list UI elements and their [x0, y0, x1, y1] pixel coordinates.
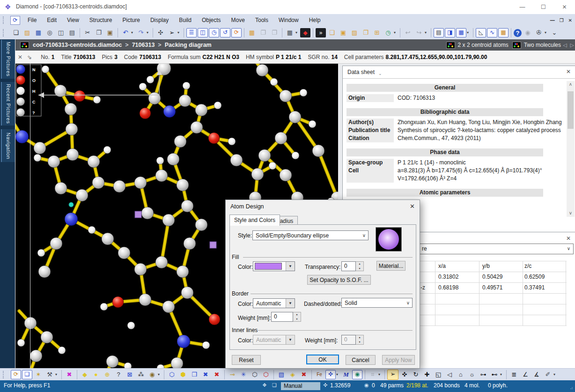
- atom-C[interactable]: [118, 247, 130, 259]
- data-brief-icon[interactable]: ▤: [434, 28, 444, 37]
- print-icon[interactable]: ▤: [67, 28, 77, 37]
- spinner-arrows[interactable]: ▲▼: [356, 261, 364, 271]
- tool-zoom-icon[interactable]: ◱: [433, 370, 443, 379]
- atom-C[interactable]: [141, 207, 154, 219]
- atom-C[interactable]: [171, 357, 183, 368]
- breadcrumb-item[interactable]: 7106313: [132, 42, 155, 48]
- resize-grip[interactable]: ⣠: [570, 384, 574, 389]
- toolbar-overflow-icon[interactable]: ⌄: [549, 28, 560, 37]
- table-colored-icon[interactable]: ▦: [498, 28, 509, 37]
- atom-N[interactable]: [163, 105, 176, 118]
- chevron-down-icon[interactable]: ⌄: [378, 71, 382, 76]
- atom-H[interactable]: [183, 82, 190, 89]
- viewport-center-icon[interactable]: ✜: [325, 370, 336, 379]
- transparency-spinner[interactable]: 0 ▲▼: [341, 261, 364, 271]
- spin-down-icon[interactable]: ▼: [356, 266, 363, 271]
- atom-H[interactable]: [214, 102, 221, 109]
- picture-tab[interactable]: Two molecules: [512, 42, 561, 49]
- atom-C[interactable]: [55, 182, 67, 194]
- menu-structure[interactable]: Structure: [84, 14, 118, 26]
- tool-rotate-icon[interactable]: ↻: [411, 370, 421, 379]
- atom-C[interactable]: [174, 135, 186, 148]
- menu-build[interactable]: Build: [174, 14, 197, 26]
- measure-free-dropdown-icon[interactable]: ▾: [553, 370, 558, 379]
- atom-H[interactable]: [139, 83, 147, 90]
- window-history-icon[interactable]: ◷: [209, 28, 219, 37]
- find-binoculars-icon[interactable]: ◎: [44, 28, 55, 37]
- material-button[interactable]: Material...: [376, 261, 405, 271]
- redo-icon[interactable]: ↷: [136, 28, 146, 37]
- maximize-icon[interactable]: ☐: [533, 0, 554, 14]
- picture-history-dropdown-icon[interactable]: ▾: [394, 28, 398, 37]
- measure-free-icon[interactable]: ✐: [543, 370, 553, 379]
- bonds-break-blue-icon[interactable]: ✖: [200, 370, 211, 379]
- close-icon[interactable]: ✕: [554, 0, 575, 14]
- window-undo-icon[interactable]: ↺: [220, 28, 230, 37]
- select-pointer-dropdown-icon[interactable]: ▾: [177, 28, 182, 37]
- spin-up-icon[interactable]: ▲: [356, 335, 363, 340]
- atom-C[interactable]: [92, 177, 104, 189]
- table-next-icon[interactable]: ❐: [269, 28, 280, 37]
- spinner-arrows[interactable]: ▲▼: [293, 312, 301, 322]
- grid-view-icon[interactable]: ▦: [285, 28, 295, 37]
- scroll-down-icon[interactable]: ˅: [567, 211, 575, 216]
- inner-color-combobox[interactable]: Automatic ▼: [253, 335, 295, 345]
- atom-C[interactable]: [258, 149, 271, 162]
- atom-H[interactable]: [147, 76, 154, 83]
- data-table-icon[interactable]: ▦: [456, 28, 466, 37]
- picture-grid-icon[interactable]: ⊞: [372, 28, 382, 37]
- close-icon[interactable]: ✕: [410, 203, 415, 210]
- build-tools-icon[interactable]: ⚒: [44, 370, 55, 379]
- atom-H[interactable]: [124, 362, 132, 368]
- atom-C[interactable]: [34, 142, 46, 154]
- coordination-sphere-icon[interactable]: ◉: [147, 370, 157, 379]
- m-label-icon[interactable]: M: [341, 370, 351, 379]
- window-refresh-icon[interactable]: ⟳: [231, 28, 242, 37]
- transparency-value[interactable]: 0: [341, 261, 356, 271]
- frame-next-dropdown-icon[interactable]: ▾: [500, 370, 504, 379]
- window-tree-icon[interactable]: ☰: [186, 28, 197, 37]
- atom-C[interactable]: [139, 294, 151, 306]
- menu-help[interactable]: Help: [304, 14, 326, 26]
- bond-create-icon[interactable]: ⊸: [227, 370, 237, 379]
- centroid-square[interactable]: [135, 211, 141, 218]
- atom-C[interactable]: [134, 263, 147, 275]
- atom-C[interactable]: [184, 237, 196, 250]
- atom-C[interactable]: [76, 189, 88, 201]
- toolbar-grip[interactable]: [3, 16, 7, 24]
- data-properties-icon[interactable]: ◨: [445, 28, 455, 37]
- plane-insert-icon[interactable]: ◈: [288, 370, 298, 379]
- atom-H[interactable]: [228, 138, 236, 145]
- atom-C[interactable]: [251, 168, 264, 180]
- atom-C[interactable]: [66, 148, 79, 161]
- auto-build-icon[interactable]: ✶: [33, 370, 44, 379]
- atom-C[interactable]: [66, 123, 78, 135]
- toolbar-grip[interactable]: [3, 371, 7, 378]
- menu-move[interactable]: Move: [226, 14, 250, 26]
- atom-O[interactable]: [208, 133, 220, 144]
- tool-move-icon[interactable]: ✜: [399, 370, 410, 379]
- copy-icon[interactable]: ❐: [94, 28, 104, 37]
- picture-rotate-icon[interactable]: ▨: [349, 28, 360, 37]
- undo-icon[interactable]: ↶: [120, 28, 131, 37]
- atom-O[interactable]: [112, 296, 124, 308]
- atom-C[interactable]: [113, 180, 125, 192]
- breadcrumb-item[interactable]: cod-7106313-centroids.diamdoc: [33, 42, 122, 48]
- atom-C[interactable]: [256, 64, 268, 76]
- atom-C[interactable]: [181, 287, 193, 299]
- dashed-dotted-combobox[interactable]: Solid ∨: [341, 298, 413, 308]
- print-preview-icon[interactable]: ◫: [56, 28, 66, 37]
- polyhedron-red-icon[interactable]: ⬡: [261, 370, 271, 379]
- atom-H[interactable]: [17, 339, 25, 347]
- picture-nav-arrows[interactable]: ◁ ▷: [563, 42, 575, 48]
- plane-delete-icon[interactable]: ✖: [299, 370, 309, 379]
- atom-H[interactable]: [309, 120, 316, 128]
- minimize-icon[interactable]: —: [512, 0, 533, 14]
- menu-file[interactable]: File: [22, 14, 42, 26]
- atom-N[interactable]: [15, 130, 29, 143]
- measure-distance-icon[interactable]: ≣: [509, 370, 519, 379]
- atom-H[interactable]: [42, 66, 49, 73]
- atom-C[interactable]: [88, 155, 100, 168]
- atom-properties-icon[interactable]: ?: [113, 370, 124, 379]
- atom-C[interactable]: [289, 111, 301, 123]
